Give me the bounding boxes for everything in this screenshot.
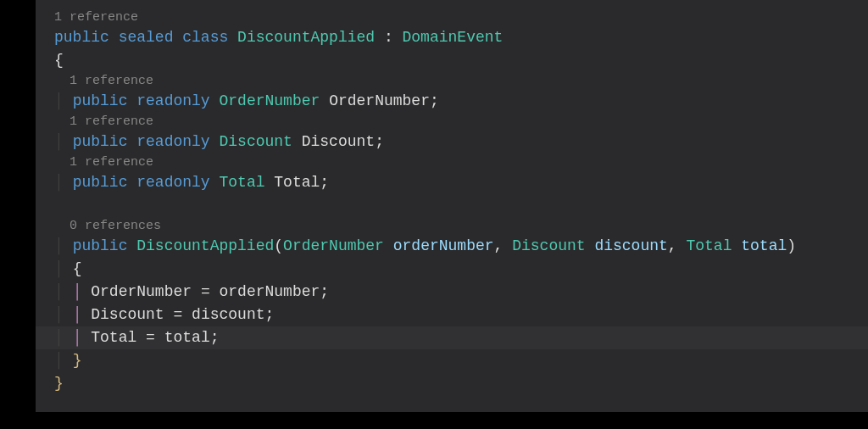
assign-right: total	[164, 329, 210, 346]
keyword-public: public	[54, 29, 109, 46]
comma: ,	[668, 237, 687, 254]
code-line: │ public readonly Discount Discount;	[54, 131, 868, 153]
comma: ,	[494, 237, 513, 254]
base-class: DomainEvent	[403, 29, 504, 46]
keyword-sealed: sealed	[119, 29, 174, 46]
keyword-public: public	[73, 174, 128, 191]
keyword-readonly: readonly	[136, 133, 209, 150]
field-type: Discount	[219, 133, 292, 150]
semicolon: ;	[320, 283, 329, 300]
close-brace: }	[73, 352, 82, 369]
param-name: discount	[594, 237, 667, 254]
semicolon: ;	[430, 92, 439, 109]
assign-left: Discount	[91, 306, 164, 323]
indent-guide: │	[54, 306, 64, 323]
keyword-public: public	[73, 237, 128, 254]
blank-line	[54, 194, 868, 217]
keyword-class: class	[182, 29, 228, 46]
codelens-ctor[interactable]: 0 references	[54, 217, 868, 235]
semicolon: ;	[375, 133, 384, 150]
indent-guide: │	[54, 174, 64, 191]
indent-guide: │	[54, 260, 64, 277]
code-line: │ public DiscountApplied(OrderNumber ord…	[54, 235, 868, 258]
semicolon: ;	[320, 174, 329, 191]
close-brace: }	[54, 375, 64, 392]
field-type: Total	[219, 174, 264, 191]
code-line: }	[54, 372, 868, 395]
assign-right: discount	[192, 306, 264, 323]
class-name: DiscountApplied	[237, 29, 375, 46]
indent-guide: │	[54, 329, 64, 346]
indent-guide: │	[54, 92, 64, 109]
param-name: total	[741, 237, 787, 254]
code-line: │ {	[54, 258, 868, 281]
param-type: Discount	[512, 237, 585, 254]
keyword-readonly: readonly	[136, 92, 209, 109]
code-line: public sealed class DiscountApplied : Do…	[54, 26, 868, 49]
constructor-name: DiscountApplied	[136, 237, 274, 254]
indent-guide: │	[54, 133, 64, 150]
code-line: {	[54, 49, 868, 72]
codelens-field[interactable]: 1 reference	[54, 113, 868, 131]
field-name: Total	[274, 174, 320, 191]
assign-right: orderNumber	[219, 283, 320, 300]
code-line: │ public readonly OrderNumber OrderNumbe…	[54, 90, 868, 113]
open-brace: {	[73, 260, 82, 277]
keyword-public: public	[73, 133, 128, 150]
lparen: (	[274, 237, 283, 254]
codelens-field[interactable]: 1 reference	[54, 153, 868, 171]
field-name: Discount	[302, 133, 375, 150]
indent-guide: │	[54, 352, 64, 369]
indent-guide: │	[73, 283, 82, 300]
param-type: Total	[686, 237, 732, 254]
colon: :	[375, 29, 402, 46]
param-type: OrderNumber	[283, 237, 384, 254]
code-line-active: │ │ Total = total;	[36, 326, 868, 349]
codelens-field[interactable]: 1 reference	[54, 72, 868, 90]
code-line: │ }	[54, 349, 868, 372]
field-type: OrderNumber	[219, 92, 320, 109]
code-line: │ public readonly Total Total;	[54, 171, 868, 194]
param-name: orderNumber	[393, 237, 494, 254]
indent-guide: │	[54, 283, 64, 300]
field-name: OrderNumber	[329, 92, 430, 109]
indent-guide: │	[73, 329, 82, 346]
equals: =	[164, 306, 192, 323]
code-line: │ │ Discount = discount;	[54, 304, 868, 326]
keyword-readonly: readonly	[136, 174, 209, 191]
open-brace: {	[54, 52, 64, 69]
code-editor[interactable]: 1 reference public sealed class Discount…	[36, 0, 868, 412]
assign-left: Total	[91, 329, 136, 346]
semicolon: ;	[265, 306, 275, 323]
code-line: │ │ OrderNumber = orderNumber;	[54, 281, 868, 304]
semicolon: ;	[210, 329, 220, 346]
equals: =	[192, 283, 219, 300]
assign-left: OrderNumber	[91, 283, 192, 300]
keyword-public: public	[73, 92, 128, 109]
codelens-class[interactable]: 1 reference	[54, 8, 868, 26]
indent-guide: │	[73, 306, 82, 323]
rparen: )	[787, 237, 796, 254]
equals: =	[136, 329, 164, 346]
indent-guide: │	[54, 237, 64, 254]
